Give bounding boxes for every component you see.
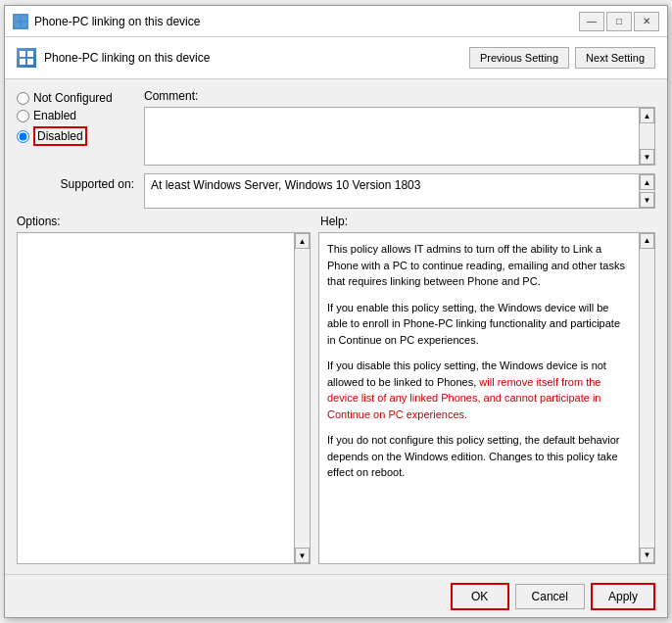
radio-not-configured-input[interactable] [17,92,29,105]
radio-enabled[interactable]: Enabled [17,109,134,122]
comment-scroll-track [640,123,654,149]
close-button[interactable]: ✕ [634,12,659,31]
title-bar: Phone-PC linking on this device — □ ✕ [5,6,667,37]
options-scroll-track [295,249,310,548]
comment-scrollbar[interactable]: ▲ ▼ [639,108,654,165]
apply-button[interactable]: Apply [591,583,655,610]
footer: OK Cancel Apply [5,574,667,617]
comment-scroll-up[interactable]: ▲ [640,108,654,123]
ok-button[interactable]: OK [451,583,509,610]
main-window: Phone-PC linking on this device — □ ✕ Ph… [4,5,668,618]
svg-rect-1 [22,16,26,21]
radio-not-configured-label[interactable]: Not Configured [33,91,113,105]
comment-box[interactable]: ▲ ▼ [144,107,655,166]
radio-enabled-input[interactable] [17,110,29,122]
help-scroll-up[interactable]: ▲ [640,233,654,249]
radio-disabled-input[interactable] [17,130,29,143]
help-scroll-track [640,249,654,548]
window-title: Phone-PC linking on this device [34,15,579,28]
svg-rect-3 [22,23,26,27]
supported-label: Supported on: [17,173,134,191]
minimize-button[interactable]: — [579,12,604,31]
svg-rect-4 [20,51,25,57]
top-section: Not Configured Enabled Disabled Comment: [17,89,655,166]
comment-section: Comment: ▲ ▼ [144,89,655,166]
help-para-4: If you do not configure this policy sett… [327,432,631,481]
supported-value: At least Windows Server, Windows 10 Vers… [151,178,420,192]
cancel-button[interactable]: Cancel [515,584,585,609]
radio-disabled[interactable]: Disabled [17,126,134,146]
middle-labels: Options: Help: [17,215,655,228]
options-label: Options: [17,215,320,228]
svg-rect-5 [27,51,33,57]
help-panel: This policy allows IT admins to turn off… [318,232,655,564]
radio-group: Not Configured Enabled Disabled [17,89,134,166]
svg-rect-0 [15,16,20,21]
main-content: Not Configured Enabled Disabled Comment: [5,79,667,574]
comment-label: Comment: [144,89,655,103]
supported-scrollbar[interactable]: ▲ ▼ [639,174,654,208]
options-panel: ▲ ▼ [17,232,311,564]
window-icon [13,14,28,29]
comment-scroll-down[interactable]: ▼ [640,149,654,165]
supported-row: Supported on: At least Windows Server, W… [17,173,655,209]
next-setting-button[interactable]: Next Setting [575,47,655,69]
header-title: Phone-PC linking on this device [44,51,210,65]
header-bar: Phone-PC linking on this device Previous… [5,37,667,79]
help-para-2: If you enable this policy setting, the W… [327,300,631,349]
title-bar-controls: — □ ✕ [579,12,659,31]
radio-not-configured[interactable]: Not Configured [17,91,134,105]
radio-disabled-label[interactable]: Disabled [37,129,83,143]
supported-scroll-up[interactable]: ▲ [640,174,654,190]
supported-box: At least Windows Server, Windows 10 Vers… [144,173,655,209]
prev-setting-button[interactable]: Previous Setting [469,47,569,69]
help-para-1: This policy allows IT admins to turn off… [327,241,631,290]
svg-rect-2 [15,23,20,27]
header-icon [17,48,36,68]
help-para-3: If you disable this policy setting, the … [327,358,631,422]
bottom-section: ▲ ▼ This policy allows IT admins to turn… [17,232,655,564]
help-red-text: will remove itself from the device list … [327,376,600,420]
maximize-button[interactable]: □ [606,12,632,31]
options-scroll-down[interactable]: ▼ [295,548,310,563]
supported-scroll-down[interactable]: ▼ [640,192,654,208]
radio-disabled-highlight: Disabled [33,126,87,146]
help-scrollbar[interactable]: ▲ ▼ [639,233,654,563]
header-left: Phone-PC linking on this device [17,48,210,68]
options-scrollbar[interactable]: ▲ ▼ [294,233,310,563]
header-buttons: Previous Setting Next Setting [469,47,655,69]
svg-rect-6 [20,59,25,65]
svg-rect-7 [27,59,33,65]
help-scroll-down[interactable]: ▼ [640,548,654,563]
options-scroll-up[interactable]: ▲ [295,233,310,249]
help-label: Help: [320,215,655,228]
radio-enabled-label[interactable]: Enabled [33,109,76,122]
